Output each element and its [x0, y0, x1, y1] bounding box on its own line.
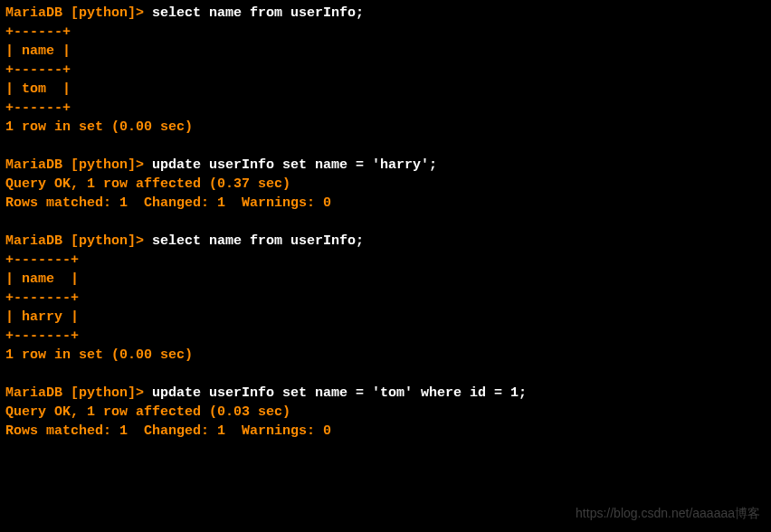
- terminal-line: +-------+: [5, 251, 766, 270]
- result-text: | harry |: [5, 309, 79, 325]
- prompt-text: MariaDB [python]>: [5, 385, 152, 401]
- command-text: select name from userInfo;: [152, 233, 364, 249]
- terminal-line: MariaDB [python]> select name from userI…: [5, 4, 766, 23]
- prompt-text: MariaDB [python]>: [5, 5, 152, 21]
- terminal-line: | harry |: [5, 308, 766, 327]
- terminal-line: | name |: [5, 42, 766, 61]
- prompt-text: MariaDB [python]>: [5, 157, 152, 173]
- terminal-line: Query OK, 1 row affected (0.37 sec): [5, 175, 766, 194]
- terminal-line: Query OK, 1 row affected (0.03 sec): [5, 403, 766, 422]
- terminal-line: MariaDB [python]> update userInfo set na…: [5, 156, 766, 175]
- result-text: Rows matched: 1 Changed: 1 Warnings: 0: [5, 195, 331, 211]
- result-text: Query OK, 1 row affected (0.03 sec): [5, 404, 290, 420]
- result-text: | name |: [5, 271, 79, 287]
- result-text: +-------+: [5, 252, 79, 268]
- terminal-line: +-------+: [5, 327, 766, 346]
- terminal-line: Rows matched: 1 Changed: 1 Warnings: 0: [5, 194, 766, 213]
- result-text: [5, 214, 14, 230]
- terminal-output[interactable]: MariaDB [python]> select name from userI…: [5, 4, 766, 441]
- result-text: | name |: [5, 43, 71, 59]
- result-text: +-------+: [5, 290, 79, 306]
- result-text: Rows matched: 1 Changed: 1 Warnings: 0: [5, 423, 331, 439]
- result-text: [5, 366, 14, 382]
- terminal-line: [5, 213, 766, 232]
- result-text: +-------+: [5, 328, 79, 344]
- prompt-text: MariaDB [python]>: [5, 233, 152, 249]
- terminal-line: Rows matched: 1 Changed: 1 Warnings: 0: [5, 422, 766, 441]
- result-text: 1 row in set (0.00 sec): [5, 119, 193, 135]
- result-text: +------+: [5, 24, 71, 40]
- terminal-line: MariaDB [python]> select name from userI…: [5, 232, 766, 251]
- result-text: Query OK, 1 row affected (0.37 sec): [5, 176, 290, 192]
- result-text: +------+: [5, 62, 71, 78]
- terminal-line: [5, 365, 766, 384]
- terminal-line: 1 row in set (0.00 sec): [5, 118, 766, 137]
- result-text: [5, 138, 14, 154]
- result-text: +------+: [5, 100, 71, 116]
- terminal-line: | name |: [5, 270, 766, 289]
- terminal-line: +------+: [5, 61, 766, 80]
- terminal-line: MariaDB [python]> update userInfo set na…: [5, 384, 766, 403]
- watermark-text: https://blog.csdn.net/aaaaaa博客: [576, 505, 760, 523]
- terminal-line: +------+: [5, 99, 766, 118]
- terminal-line: +-------+: [5, 289, 766, 308]
- terminal-line: 1 row in set (0.00 sec): [5, 346, 766, 365]
- command-text: select name from userInfo;: [152, 5, 364, 21]
- terminal-line: +------+: [5, 23, 766, 42]
- result-text: | tom |: [5, 81, 71, 97]
- terminal-line: | tom |: [5, 80, 766, 99]
- command-text: update userInfo set name = 'harry';: [152, 157, 437, 173]
- command-text: update userInfo set name = 'tom' where i…: [152, 385, 527, 401]
- terminal-line: [5, 137, 766, 156]
- result-text: 1 row in set (0.00 sec): [5, 347, 193, 363]
